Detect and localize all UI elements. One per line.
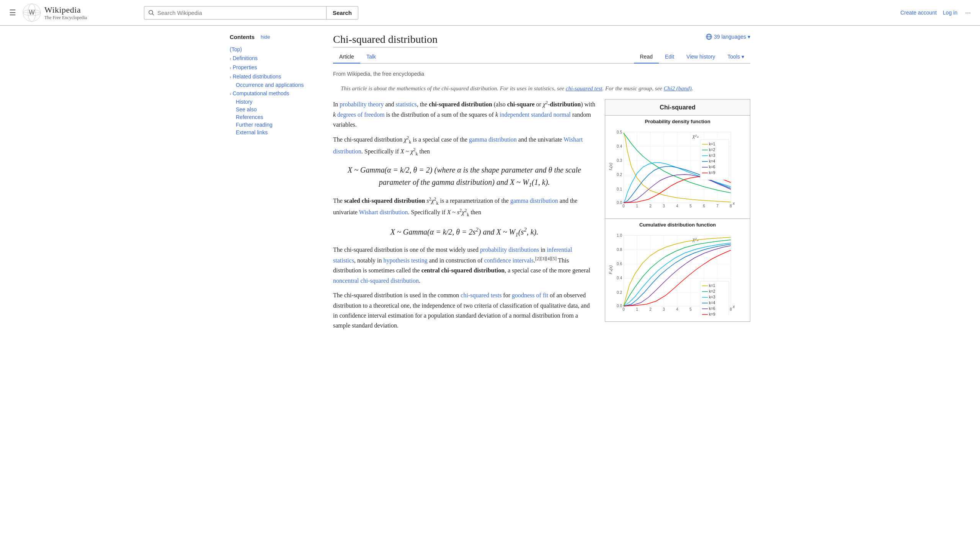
svg-text:k=4: k=4 (709, 301, 715, 305)
search-input-wrap (144, 7, 326, 19)
svg-text:k=9: k=9 (709, 171, 715, 175)
toc-link-history[interactable]: History (236, 99, 253, 105)
toc-hide-button[interactable]: hide (258, 33, 273, 41)
toc-link-occurrence[interactable]: Occurrence and applications (236, 82, 304, 88)
svg-text:k=1: k=1 (709, 142, 715, 146)
link-wishart-2[interactable]: Wishart distribution (359, 209, 408, 216)
cdf-chart-section: Cumulative distribution function (605, 218, 750, 321)
article-title: Chi-squared distribution (333, 33, 438, 47)
tab-talk[interactable]: Talk (360, 51, 382, 64)
toc-link-top[interactable]: (Top) (230, 46, 242, 52)
toc-link-see-also[interactable]: See also (236, 106, 256, 112)
article-body: From Wikipedia, the free encyclopedia Th… (333, 70, 750, 336)
svg-point-5 (149, 10, 153, 14)
link-degrees-of-freedom[interactable]: degrees of freedom (337, 111, 385, 118)
cite-2345: [2][3][4][5] (535, 256, 557, 261)
login-link[interactable]: Log in (943, 10, 957, 16)
formula-2: X ~ Gamma(α = k/2, θ = 2s2) and X ~ W1(s… (333, 225, 596, 239)
toc-chevron-definitions[interactable]: › (230, 56, 231, 61)
svg-text:k=6: k=6 (709, 165, 715, 169)
toc-link-computational[interactable]: Computational methods (233, 90, 289, 96)
header-left: ☰ W Wikipedia The Free Encyclopedia (8, 3, 138, 22)
lang-chevron: ▾ (748, 34, 750, 40)
hatnote-link-band[interactable]: Chi2 (band) (664, 85, 692, 91)
link-probability-distributions[interactable]: probability distributions (480, 246, 539, 253)
link-gamma-dist-2[interactable]: gamma distribution (510, 197, 558, 204)
link-noncentral[interactable]: noncentral chi-squared distribution (333, 277, 419, 284)
infobox-title: Chi-squared (605, 99, 750, 116)
toc-link-related[interactable]: Related distributions (233, 73, 281, 80)
tabs-right: Read Edit View history Tools ▾ (634, 51, 751, 63)
link-wishart[interactable]: Wishart distribution (333, 137, 583, 155)
cdf-chart-area: 1.0 0.8 0.6 0.4 0.2 0.0 0 1 2 3 4 (605, 230, 750, 322)
toc-link-references[interactable]: References (236, 114, 263, 120)
hatnote-link-test[interactable]: chi-squared test (566, 85, 603, 91)
svg-text:8: 8 (730, 204, 732, 208)
svg-text:0.2: 0.2 (617, 173, 622, 177)
infobox: Chi-squared Probability density function (605, 99, 750, 322)
toc-item-occurrence: Occurrence and applications (230, 81, 322, 89)
link-independent-standard-normal[interactable]: independent standard normal (500, 111, 571, 118)
more-options-button[interactable]: ··· (964, 7, 972, 18)
toc-expandable-related: › Related distributions (230, 73, 322, 80)
tools-chevron: ▾ (742, 54, 744, 60)
toc-link-further[interactable]: Further reading (236, 122, 273, 128)
toc-list: (Top) › Definitions › Properties › (230, 45, 322, 136)
header-right: Create account Log in ··· (900, 7, 972, 18)
search-input[interactable] (157, 7, 322, 19)
toc-chevron-related[interactable]: › (230, 75, 231, 79)
toc-link-definitions[interactable]: Definitions (233, 55, 258, 61)
svg-text:k=3: k=3 (709, 295, 715, 299)
toc-item-external: External links (230, 129, 322, 136)
wiki-logo-subtitle: The Free Encyclopedia (44, 15, 87, 20)
link-statistics[interactable]: statistics (396, 101, 417, 108)
language-link[interactable]: 39 languages ▾ (706, 33, 750, 40)
hamburger-button[interactable]: ☰ (8, 7, 18, 19)
link-chi-squared-tests[interactable]: chi-squared tests (461, 292, 501, 298)
svg-text:0.8: 0.8 (617, 248, 622, 252)
create-account-link[interactable]: Create account (900, 10, 937, 16)
tab-read[interactable]: Read (634, 51, 659, 64)
tab-view-history[interactable]: View history (680, 51, 721, 64)
toc-chevron-computational[interactable]: › (230, 91, 231, 96)
pdf-chart-area: 0.5 0.4 0.3 0.2 0.1 0.0 0 1 2 3 (605, 127, 750, 218)
wiki-logo-title: Wikipedia (44, 5, 87, 15)
link-gamma-distribution[interactable]: gamma distribution (469, 137, 517, 143)
toc-item-references: References (230, 113, 322, 121)
toc-header: Contents hide (230, 33, 322, 41)
link-probability-theory[interactable]: probability theory (340, 101, 384, 108)
svg-text:1: 1 (636, 307, 638, 311)
page-wrap: Contents hide (Top) › Definitions › Prop… (222, 26, 758, 343)
toc-link-properties[interactable]: Properties (233, 64, 257, 70)
bold-central: central chi-squared distribution (421, 267, 505, 274)
article-tabs: Article Talk Read Edit View history Tool… (333, 51, 750, 64)
tabs-left: Article Talk (333, 51, 382, 63)
toc-item-further: Further reading (230, 121, 322, 129)
svg-text:5: 5 (689, 307, 692, 311)
toc-link-external[interactable]: External links (236, 129, 268, 135)
link-hypothesis-testing[interactable]: hypothesis testing (384, 257, 428, 264)
wiki-logo-link[interactable]: W Wikipedia The Free Encyclopedia (22, 3, 87, 22)
link-confidence-intervals[interactable]: confidence intervals (484, 257, 534, 264)
svg-text:k=6: k=6 (709, 306, 715, 311)
wiki-logo-text: Wikipedia The Free Encyclopedia (44, 5, 87, 21)
toc-item-properties: › Properties (230, 63, 322, 72)
from-wiki-text: From Wikipedia, the free encyclopedia (333, 70, 750, 78)
site-header: ☰ W Wikipedia The Free Encyclopedia (0, 0, 980, 26)
svg-text:0: 0 (622, 307, 625, 311)
tab-tools[interactable]: Tools ▾ (721, 51, 750, 64)
svg-text:k=2: k=2 (709, 148, 715, 152)
link-goodness-of-fit[interactable]: goodness of fit (512, 292, 548, 298)
cdf-chart-title: Cumulative distribution function (605, 219, 750, 230)
svg-text:0.0: 0.0 (617, 304, 622, 308)
wiki-globe-icon: W (22, 3, 41, 22)
toc-expandable-properties: › Properties (230, 64, 322, 71)
search-button[interactable]: Search (326, 7, 358, 19)
svg-text:0.4: 0.4 (617, 144, 622, 148)
bold-scaled: scaled chi-squared distribution (344, 197, 425, 204)
toc-chevron-properties[interactable]: › (230, 65, 231, 70)
toc-title: Contents (230, 34, 255, 40)
svg-text:0.2: 0.2 (617, 290, 622, 295)
tab-article[interactable]: Article (333, 51, 360, 64)
tab-edit[interactable]: Edit (659, 51, 680, 64)
